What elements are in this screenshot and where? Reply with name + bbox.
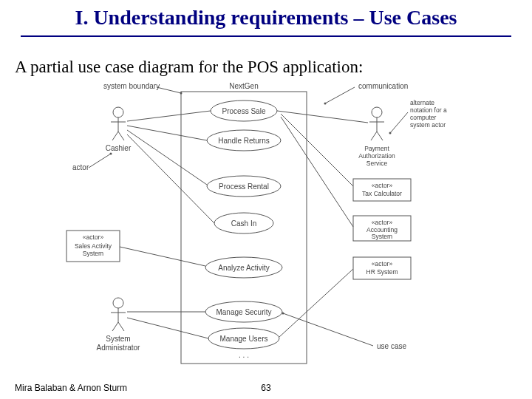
use-case-diagram: NextGen system boundary communication al…	[59, 83, 473, 378]
svg-point-30	[110, 153, 112, 155]
actor-accounting-system: «actor» Accounting System	[353, 216, 411, 241]
svg-point-42	[372, 107, 382, 117]
svg-line-2	[325, 87, 355, 103]
system-name-label: NextGen	[229, 83, 258, 90]
svg-text:computer: computer	[410, 114, 437, 121]
annot-usecase: use case	[377, 342, 406, 350]
svg-line-60	[283, 313, 373, 346]
usecase-process-rental: Process Rental	[207, 176, 281, 197]
svg-line-35	[118, 322, 124, 331]
svg-text:Tax Calculator: Tax Calculator	[362, 190, 402, 197]
svg-text:system actor: system actor	[410, 121, 446, 129]
actor-tax-calculator: «actor» Tax Calculator	[353, 179, 411, 201]
svg-point-61	[282, 313, 284, 315]
svg-text:«actor»: «actor»	[372, 182, 393, 189]
assoc-cashier-cashin	[127, 134, 214, 223]
svg-text:HR System: HR System	[366, 268, 398, 276]
svg-line-7	[390, 112, 408, 133]
svg-text:System: System	[372, 233, 392, 240]
svg-text:System: System	[106, 335, 130, 343]
svg-point-8	[389, 132, 392, 134]
assoc-salesactivity-analyze	[120, 247, 205, 266]
svg-line-0	[157, 87, 181, 93]
svg-text:Authorization: Authorization	[358, 152, 395, 160]
svg-line-26	[112, 132, 118, 140]
svg-text:«actor»: «actor»	[83, 233, 104, 241]
footer-page: 63	[0, 383, 532, 393]
svg-text:Manage Security: Manage Security	[216, 308, 271, 316]
slide-subtitle: A partial use case diagram for the POS a…	[15, 58, 363, 77]
svg-text:System: System	[83, 250, 103, 257]
svg-point-3	[324, 103, 327, 105]
svg-text:Analyze Activity: Analyze Activity	[218, 264, 269, 272]
assoc-processsale-accounting	[281, 117, 353, 227]
usecase-manage-users: Manage Users	[208, 328, 279, 349]
assoc-sysadmin-users	[127, 318, 208, 338]
annot-system-boundary: system boundary	[103, 83, 160, 90]
svg-text:Process Rental: Process Rental	[219, 183, 269, 191]
svg-text:Cashier: Cashier	[106, 144, 132, 152]
svg-text:Payment: Payment	[364, 145, 389, 152]
svg-text:Cash In: Cash In	[231, 219, 256, 228]
svg-line-45	[371, 132, 377, 140]
svg-text:Administrator: Administrator	[97, 344, 141, 352]
usecase-cash-in: Cash In	[214, 213, 273, 233]
svg-text:Manage Users: Manage Users	[219, 335, 267, 343]
actor-payment-auth: Payment Authorization Service	[358, 107, 395, 167]
svg-line-46	[377, 132, 383, 140]
actor-sales-activity-system: «actor» Sales Activity System	[66, 231, 120, 262]
usecase-handle-returns: Handle Returns	[207, 130, 281, 151]
annot-alt-notation-1: alternate	[410, 99, 434, 106]
svg-text:Process Sale: Process Sale	[222, 107, 266, 115]
usecase-analyze-activity: Analyze Activity	[205, 257, 282, 278]
usecase-manage-security: Manage Security	[205, 301, 282, 322]
usecase-ellipsis: . . .	[239, 351, 249, 359]
annot-communication: communication	[358, 83, 408, 90]
assoc-manageusers-hr	[279, 269, 353, 337]
svg-line-27	[118, 132, 124, 140]
svg-point-31	[113, 298, 123, 308]
svg-text:Handle Returns: Handle Returns	[218, 137, 269, 145]
assoc-processsale-tax	[281, 114, 353, 186]
annot-actor: actor	[72, 163, 89, 171]
system-boundary-rect	[181, 92, 307, 364]
assoc-cashier-processsale	[127, 111, 211, 121]
svg-line-34	[112, 322, 118, 331]
usecase-process-sale: Process Sale	[211, 100, 277, 121]
slide-title: I. Understanding requirements – Use Case…	[0, 6, 532, 30]
svg-text:«actor»: «actor»	[372, 260, 393, 267]
svg-text:Service: Service	[366, 160, 388, 167]
svg-text:Sales Activity: Sales Activity	[75, 242, 112, 250]
actor-cashier: Cashier	[106, 107, 132, 152]
svg-line-29	[89, 154, 111, 168]
actor-sysadmin: System Administrator	[97, 298, 141, 352]
svg-text:notation for a: notation for a	[410, 106, 447, 114]
title-underline	[21, 35, 511, 37]
svg-point-1	[180, 92, 183, 95]
actor-hr-system: «actor» HR System	[353, 257, 411, 279]
assoc-processsale-payauth	[277, 111, 368, 123]
svg-text:«actor»: «actor»	[372, 219, 393, 226]
svg-point-23	[113, 107, 123, 117]
